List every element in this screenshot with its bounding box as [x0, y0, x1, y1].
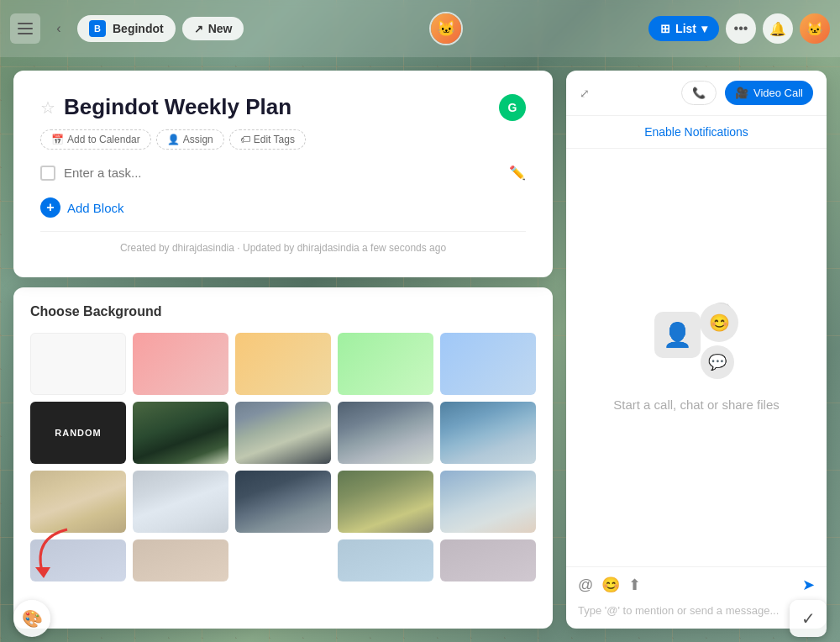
- bg-photo-mist[interactable]: [133, 471, 228, 533]
- bg-swatch-blue[interactable]: [440, 333, 536, 395]
- bg-photo-partial4[interactable]: [440, 539, 536, 581]
- add-block-plus-icon: +: [40, 197, 60, 218]
- expand-icon: ⤢: [580, 87, 590, 100]
- back-button[interactable]: ‹: [47, 17, 71, 40]
- topbar-center: 🐱: [250, 12, 642, 45]
- assign-label: Assign: [183, 134, 213, 145]
- breadcrumb-label: Begindot: [113, 22, 164, 35]
- bg-photos-row3: [30, 539, 536, 581]
- task-checkbox[interactable]: [40, 166, 55, 181]
- bg-swatch-orange[interactable]: [235, 333, 331, 395]
- edit-tags-button[interactable]: 🏷 Edit Tags: [229, 129, 306, 150]
- task-title: Begindot Weekly Plan: [64, 94, 291, 120]
- star-icon[interactable]: ☆: [40, 97, 55, 118]
- check-icon: ✓: [801, 608, 816, 629]
- more-button[interactable]: •••: [726, 13, 756, 44]
- emoji-button[interactable]: 😊: [601, 576, 620, 594]
- bg-photo-forest[interactable]: [133, 402, 228, 464]
- bg-swatches-row: [30, 333, 536, 395]
- user-avatar[interactable]: 🐱: [800, 13, 830, 44]
- task-owner-avatar: G: [499, 94, 526, 121]
- chat-illustration: 👤 😊 💬: [654, 303, 738, 379]
- chevron-left-icon: ‹: [56, 21, 60, 36]
- breadcrumb[interactable]: B Begindot: [77, 15, 176, 42]
- center-avatar-img: 🐱: [431, 13, 461, 44]
- bg-swatch-green[interactable]: [338, 333, 433, 395]
- task-input-row: ✏️: [40, 165, 526, 181]
- mention-button[interactable]: @: [578, 576, 593, 594]
- bg-chooser-title: Choose Background: [30, 304, 536, 319]
- chat-header: ⤢ 📞 🎥 Video Call: [566, 71, 827, 116]
- bell-icon: 🔔: [769, 21, 786, 37]
- chat-empty-state: 👤 😊 💬 Start a call, chat or share files: [566, 149, 827, 566]
- breadcrumb-icon: B: [89, 20, 106, 37]
- confirm-button[interactable]: ✓: [790, 600, 827, 637]
- bg-photo-fog[interactable]: [440, 402, 536, 464]
- bg-swatch-white[interactable]: [30, 333, 126, 395]
- chat-call-buttons: 📞 🎥 Video Call: [681, 81, 813, 105]
- svg-marker-1: [35, 567, 50, 578]
- left-panel: ☆ Begindot Weekly Plan G 📅 Add to Calend…: [13, 71, 553, 629]
- menu-button[interactable]: [10, 13, 40, 44]
- bg-photo-field[interactable]: [338, 471, 433, 533]
- tags-icon: 🏷: [240, 134, 250, 145]
- chat-ill-person-icon: 👤: [654, 312, 701, 358]
- more-icon: •••: [734, 21, 748, 36]
- add-block-button[interactable]: + Add Block: [40, 197, 124, 218]
- enable-notifications-link[interactable]: Enable Notifications: [644, 125, 748, 139]
- chat-panel: ⤢ 📞 🎥 Video Call Enable Notifications: [566, 71, 827, 629]
- chat-toolbar: @ 😊 ⬆ ➤: [578, 576, 815, 594]
- video-call-button[interactable]: 🎥 Video Call: [725, 81, 813, 105]
- task-footer-text: Created by dhirajdasindia · Updated by d…: [120, 242, 446, 254]
- bg-photo-partial3[interactable]: [338, 539, 433, 581]
- palette-icon: 🎨: [22, 608, 43, 629]
- topbar-right: ⊞ List ▾ ••• 🔔 🐱: [648, 13, 830, 44]
- pencil-icon: ✏️: [509, 165, 526, 181]
- chat-notification-banner: Enable Notifications: [566, 116, 827, 149]
- palette-button[interactable]: 🎨: [13, 600, 50, 637]
- new-button[interactable]: ↗ New: [182, 17, 244, 40]
- notification-button[interactable]: 🔔: [763, 13, 793, 44]
- background-chooser: Choose Background RANDOM: [13, 287, 553, 629]
- assign-button[interactable]: 👤 Assign: [156, 129, 224, 150]
- bg-photos-row1: RANDOM: [30, 402, 536, 464]
- list-label: List: [675, 22, 696, 35]
- new-icon: ↗: [194, 23, 203, 35]
- send-button[interactable]: ➤: [802, 576, 815, 594]
- red-arrow-svg: [17, 521, 84, 588]
- bg-photo-partial2[interactable]: [133, 539, 228, 581]
- chat-empty-text: Start a call, chat or share files: [613, 397, 780, 412]
- assign-icon: 👤: [167, 134, 180, 145]
- bottom-bar: 🎨 ✓: [0, 595, 840, 642]
- add-to-calendar-button[interactable]: 📅 Add to Calendar: [40, 129, 151, 150]
- attachment-button[interactable]: ⬆: [628, 576, 641, 594]
- topbar: ‹ B Begindot ↗ New 🐱 ⊞ List ▾ ••• 🔔 🐱: [0, 0, 840, 57]
- chat-ill-bubble-icon: 💬: [701, 345, 734, 379]
- task-input[interactable]: [64, 166, 501, 180]
- list-chevron-icon: ▾: [701, 22, 707, 35]
- task-title-row: ☆ Begindot Weekly Plan: [40, 94, 291, 120]
- add-block-label: Add Block: [67, 201, 124, 215]
- task-card-header: ☆ Begindot Weekly Plan G: [40, 94, 526, 121]
- bg-photo-mountain[interactable]: [338, 402, 433, 464]
- center-avatar: 🐱: [429, 12, 463, 45]
- bg-swatch-pink[interactable]: [133, 333, 228, 395]
- video-icon: 🎥: [735, 87, 748, 99]
- tags-label: Edit Tags: [254, 134, 295, 145]
- task-card: ☆ Begindot Weekly Plan G 📅 Add to Calend…: [13, 71, 553, 277]
- bg-random-button[interactable]: RANDOM: [30, 402, 126, 464]
- chat-expand-button[interactable]: ⤢: [580, 87, 590, 100]
- video-call-label: Video Call: [753, 87, 803, 99]
- chat-ill-smile-icon: 😊: [700, 303, 738, 342]
- phone-call-button[interactable]: 📞: [681, 81, 717, 105]
- calendar-label: Add to Calendar: [67, 134, 140, 145]
- bg-photo-lake[interactable]: [235, 471, 331, 533]
- calendar-icon: 📅: [51, 134, 64, 145]
- bg-photos-row2: [30, 471, 536, 533]
- list-button[interactable]: ⊞ List ▾: [648, 16, 719, 41]
- task-actions: 📅 Add to Calendar 👤 Assign 🏷 Edit Tags: [40, 129, 526, 150]
- bg-photo-beach[interactable]: [440, 471, 536, 533]
- task-card-footer: Created by dhirajdasindia · Updated by d…: [40, 231, 526, 254]
- red-arrow-indicator: [17, 521, 84, 592]
- bg-photo-valley[interactable]: [235, 402, 331, 464]
